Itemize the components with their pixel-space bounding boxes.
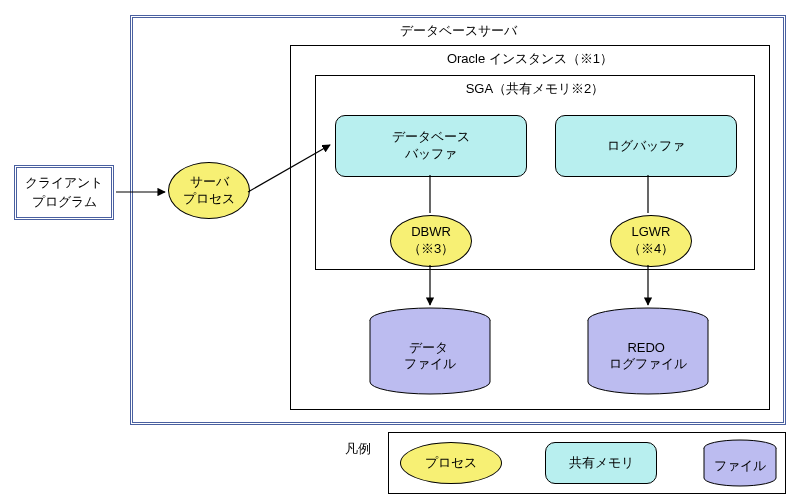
db-buffer-node: データベース バッファ [335, 115, 527, 177]
legend-process-label: プロセス [425, 455, 477, 472]
legend-title: 凡例 [345, 440, 371, 458]
sga-title: SGA（共有メモリ※2） [316, 80, 754, 98]
legend-mem-node: 共有メモリ [545, 442, 657, 484]
client-program-label: クライアント プログラム [25, 174, 103, 210]
lgwr-node: LGWR （※4） [610, 215, 692, 267]
db-server-title: データベースサーバ [133, 22, 783, 40]
diagram-canvas: データベースサーバ クライアント プログラム サーバ プロセス Oracle イ… [0, 0, 800, 504]
legend-mem-label: 共有メモリ [569, 455, 634, 472]
server-process-label: サーバ プロセス [183, 174, 235, 208]
client-program-box: クライアント プログラム [14, 165, 114, 220]
dbwr-label: DBWR （※3） [408, 224, 454, 258]
db-buffer-label: データベース バッファ [392, 129, 470, 163]
dbwr-node: DBWR （※3） [390, 215, 472, 267]
legend-process-node: プロセス [400, 442, 502, 484]
oracle-instance-title: Oracle インスタンス（※1） [291, 50, 769, 68]
log-buffer-node: ログバッファ [555, 115, 737, 177]
log-buffer-label: ログバッファ [607, 138, 685, 155]
lgwr-label: LGWR （※4） [628, 224, 674, 258]
server-process-node: サーバ プロセス [168, 162, 250, 219]
